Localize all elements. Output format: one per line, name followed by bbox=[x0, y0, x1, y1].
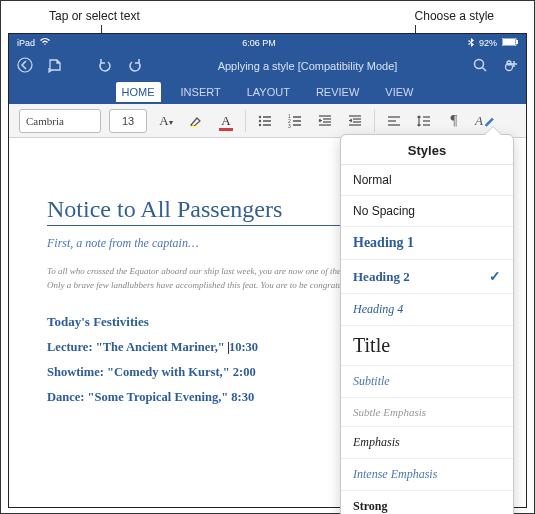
tab-review[interactable]: REVIEW bbox=[310, 82, 365, 102]
share-button[interactable] bbox=[502, 57, 518, 76]
style-item-intense-emphasis[interactable]: Intense Emphasis bbox=[341, 459, 513, 491]
outdent-button[interactable] bbox=[314, 110, 336, 132]
svg-point-4 bbox=[475, 59, 484, 68]
style-item-heading2[interactable]: Heading 2✓ bbox=[341, 260, 513, 294]
tab-view[interactable]: VIEW bbox=[379, 82, 419, 102]
font-picker[interactable]: Cambria bbox=[19, 109, 101, 133]
bullets-button[interactable] bbox=[254, 110, 276, 132]
separator bbox=[374, 110, 375, 132]
file-button[interactable] bbox=[47, 57, 63, 76]
style-item-subtitle[interactable]: Subtitle bbox=[341, 366, 513, 398]
annotation-left: Tap or select text bbox=[49, 9, 140, 25]
device-label: iPad bbox=[17, 38, 35, 48]
battery-percent: 92% bbox=[479, 38, 497, 48]
svg-text:3: 3 bbox=[288, 123, 291, 129]
search-button[interactable] bbox=[472, 57, 488, 76]
style-item-title[interactable]: Title bbox=[341, 326, 513, 366]
separator bbox=[245, 110, 246, 132]
numbering-button[interactable]: 123 bbox=[284, 110, 306, 132]
font-format-button[interactable]: A▾ bbox=[155, 110, 177, 132]
svg-point-3 bbox=[18, 58, 32, 72]
font-size-picker[interactable]: 13 bbox=[109, 109, 147, 133]
style-item-strong[interactable]: Strong bbox=[341, 491, 513, 514]
style-item-heading4[interactable]: Heading 4 bbox=[341, 294, 513, 326]
svg-rect-10 bbox=[190, 126, 198, 128]
check-icon: ✓ bbox=[489, 268, 501, 285]
svg-point-12 bbox=[259, 119, 261, 121]
svg-text:A: A bbox=[474, 113, 483, 128]
battery-icon bbox=[502, 38, 518, 48]
back-button[interactable] bbox=[17, 57, 33, 76]
title-bar: Applying a style [Compatibility Mode] bbox=[9, 52, 526, 80]
tab-layout[interactable]: LAYOUT bbox=[241, 82, 296, 102]
svg-rect-2 bbox=[516, 40, 518, 44]
svg-rect-1 bbox=[503, 39, 515, 45]
ribbon-tabs: HOME INSERT LAYOUT REVIEW VIEW bbox=[9, 80, 526, 104]
annotation-right: Choose a style bbox=[415, 9, 494, 25]
clock: 6:06 PM bbox=[242, 38, 276, 48]
document-title: Applying a style [Compatibility Mode] bbox=[143, 60, 472, 72]
status-bar: iPad 6:06 PM 92% bbox=[9, 34, 526, 52]
wifi-icon bbox=[40, 38, 50, 48]
formatting-toolbar: Cambria 13 A▾ A 123 bbox=[9, 104, 526, 138]
styles-popover: Styles Normal No Spacing Heading 1 Headi… bbox=[340, 134, 514, 514]
align-button[interactable] bbox=[383, 110, 405, 132]
style-item-heading1[interactable]: Heading 1 bbox=[341, 227, 513, 260]
font-color-button[interactable]: A bbox=[215, 110, 237, 132]
svg-point-13 bbox=[259, 123, 261, 125]
undo-button[interactable] bbox=[97, 57, 113, 76]
pilcrow-button[interactable]: ¶ bbox=[443, 110, 465, 132]
style-item-emphasis[interactable]: Emphasis bbox=[341, 427, 513, 459]
indent-button[interactable] bbox=[344, 110, 366, 132]
styles-popover-title: Styles bbox=[341, 135, 513, 165]
highlight-button[interactable] bbox=[185, 110, 207, 132]
line-spacing-button[interactable] bbox=[413, 110, 435, 132]
tab-insert[interactable]: INSERT bbox=[175, 82, 227, 102]
svg-point-11 bbox=[259, 115, 261, 117]
tab-home[interactable]: HOME bbox=[116, 82, 161, 102]
bluetooth-icon bbox=[468, 38, 474, 49]
style-item-normal[interactable]: Normal bbox=[341, 165, 513, 196]
style-item-nospacing[interactable]: No Spacing bbox=[341, 196, 513, 227]
ipad-screen: iPad 6:06 PM 92% bbox=[8, 33, 527, 508]
style-item-subtle-emphasis[interactable]: Subtle Emphasis bbox=[341, 398, 513, 427]
svg-line-5 bbox=[483, 67, 487, 71]
redo-button[interactable] bbox=[127, 57, 143, 76]
